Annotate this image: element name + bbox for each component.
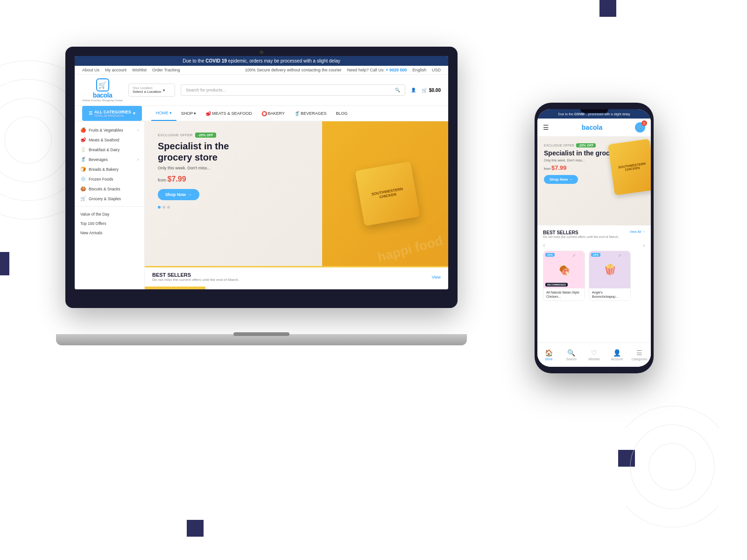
mobile-hero-discount: -20% OFF bbox=[576, 143, 596, 147]
nav-links: HOME ▾ SHOP ▾ 🥩 MEATS & SEAFOOD ⭕ BAKERY bbox=[151, 106, 352, 121]
nav-blog[interactable]: BLOG bbox=[331, 106, 352, 120]
user-icon[interactable]: 👤 bbox=[411, 88, 416, 92]
location-arrow: ▾ bbox=[163, 88, 165, 92]
site-topbar: About Us My account Wishlist Order Track… bbox=[75, 66, 448, 75]
svg-point-1 bbox=[0, 98, 70, 182]
sidebar-new-arrivals[interactable]: New Arrivals bbox=[75, 228, 144, 238]
mobile-nav-store[interactable]: 🏠 Store bbox=[537, 347, 560, 363]
mobile-menu-icon[interactable]: ☰ bbox=[543, 124, 549, 131]
sidebar-cat-fruits[interactable]: 🍎 Fruits & Vegetables › bbox=[75, 125, 144, 135]
language-selector[interactable]: English bbox=[412, 68, 426, 72]
hero-price-value: $7.99 bbox=[168, 175, 186, 183]
location-selector[interactable]: Your Location Select a Location ▾ bbox=[128, 84, 175, 97]
cart-amount: $0.00 bbox=[429, 88, 441, 93]
mobile-view-all[interactable]: View All → bbox=[630, 230, 645, 233]
wishlist-link[interactable]: Wishlist bbox=[132, 68, 147, 72]
svg-point-0 bbox=[5, 117, 51, 163]
account-link[interactable]: My account bbox=[105, 68, 127, 72]
biscuits-label: Biscuits & Snacks bbox=[89, 187, 120, 191]
store-cards: Bacola Natural Foods Special Organic... bbox=[145, 287, 448, 289]
site-main: 🍎 Fruits & Vegetables › 🥩 Meats & Seafoo… bbox=[75, 121, 448, 289]
sidebar-cat-frozen[interactable]: ❄️ Frozen Foods bbox=[75, 174, 144, 184]
hero-title: Specialist in the grocery store bbox=[158, 140, 251, 163]
nav-home[interactable]: HOME ▾ bbox=[151, 106, 176, 121]
mobile-nav-categories[interactable]: ☰ Categories bbox=[628, 347, 651, 363]
topbar-right: 100% Secure delivery without contacting … bbox=[245, 68, 441, 72]
mobile-screen: Due to the COVID ...processed with a sli… bbox=[537, 109, 651, 367]
hamburger-icon: ☰ bbox=[89, 111, 92, 116]
logo-area: 🛒 bacola Online Grocery Shopping Center bbox=[82, 78, 123, 102]
all-categories-sub: TOTAL 63 PRODUCTS bbox=[94, 114, 131, 117]
expand-icon-1: ⤢ bbox=[572, 253, 576, 258]
sidebar-value-of-day[interactable]: Value of the Day bbox=[75, 210, 144, 219]
mobile-notch bbox=[580, 109, 608, 113]
breads-icon: 🍞 bbox=[80, 167, 86, 172]
next-arrow[interactable]: › bbox=[643, 241, 645, 249]
sidebar-cat-beverages[interactable]: 🥤 Beverages › bbox=[75, 154, 144, 164]
mobile-mockup: Due to the COVID ...processed with a sli… bbox=[535, 103, 654, 373]
mobile-nav-account[interactable]: 👤 Account bbox=[606, 347, 628, 363]
mobile-product-card-2[interactable]: 🍿 24% ⤢ ♡ Angie's Boomchickapop... bbox=[589, 251, 631, 301]
beverages-arrow: › bbox=[137, 157, 139, 162]
phone-number: + 0020 500 bbox=[386, 68, 407, 72]
nav-meats[interactable]: 🥩 MEATS & SEAFOOD bbox=[201, 106, 256, 121]
breads-label: Breads & Bakery bbox=[89, 167, 119, 172]
product-2-info: Angie's Boomchickapop... bbox=[589, 288, 630, 301]
mobile-nav-search[interactable]: 🔍 Search bbox=[560, 347, 583, 363]
meats-icon: 🥩 bbox=[80, 137, 86, 142]
mobile-nav-wishlist[interactable]: ♡ Wishlist bbox=[583, 347, 606, 363]
about-link[interactable]: About Us bbox=[82, 68, 99, 72]
svg-point-6 bbox=[626, 406, 719, 527]
hero-dot-2[interactable] bbox=[162, 206, 165, 209]
product-2-image: 🍿 24% ⤢ ♡ bbox=[589, 251, 630, 288]
product-1-info: All Natural Italian-Style Chicken... bbox=[543, 288, 585, 301]
product-box: SOUTHWESTERN CHICKEN bbox=[355, 161, 420, 226]
fruits-arrow: › bbox=[137, 128, 139, 133]
hero-dot-3[interactable] bbox=[167, 206, 170, 209]
search-bar[interactable]: Search for products... 🔍 bbox=[181, 84, 405, 96]
nav-bakery[interactable]: ⭕ BAKERY bbox=[257, 106, 289, 121]
sidebar-cat-biscuits[interactable]: 🍪 Biscuits & Snacks bbox=[75, 184, 144, 194]
beverages-label: Beverages bbox=[89, 157, 108, 162]
sidebar-cat-grocery[interactable]: 🛒 Grocery & Staples bbox=[75, 194, 144, 203]
hero-bg-branding: happi food bbox=[376, 233, 444, 265]
mobile-hero: EXCLUSIVE OFFER -20% OFF Specialist in t… bbox=[537, 137, 651, 225]
sidebar-divider bbox=[75, 206, 144, 207]
search-icon: 🔍 bbox=[395, 88, 400, 92]
hero-banner: EXCLUSIVE OFFER -20% OFF Specialist in t… bbox=[145, 121, 448, 266]
sidebar-top100[interactable]: Top 100 Offers bbox=[75, 219, 144, 228]
covid-text: COVID 19 bbox=[205, 58, 227, 63]
fruits-label: Fruits & Vegetables bbox=[89, 128, 123, 133]
mobile-shop-btn[interactable]: Shop Now → bbox=[544, 175, 578, 184]
cart-button[interactable]: 🛒 $0.00 bbox=[422, 88, 441, 93]
grocery-label: Grocery & Staples bbox=[89, 196, 121, 201]
shop-now-arrow: → bbox=[188, 192, 192, 197]
view-all-link[interactable]: View bbox=[432, 275, 441, 280]
hero-dot-1[interactable] bbox=[158, 206, 161, 209]
help-text: Need help? Call Us: + 0020 500 bbox=[347, 68, 407, 72]
nav-beverages[interactable]: 🥤 BEVERAGES bbox=[289, 106, 331, 121]
prev-arrow[interactable]: ‹ bbox=[543, 241, 545, 249]
best-sellers-bar: BEST SELLERS Do not miss the current off… bbox=[145, 266, 448, 287]
mobile-product-card-1[interactable]: 🍖 23% ⤢ ♡ RECOMMENDED All Natural Italia… bbox=[543, 251, 585, 301]
currency-selector[interactable]: USD bbox=[432, 68, 441, 72]
sidebar-cat-breads[interactable]: 🍞 Breads & Bakery bbox=[75, 164, 144, 174]
logo-icon: 🛒 bbox=[96, 78, 109, 91]
store-card: Bacola Natural Foods Special Organic... bbox=[145, 287, 205, 289]
sidebar-cat-breakfast[interactable]: 🥛 Breakfast & Dairy bbox=[75, 145, 144, 154]
store-nav-icon: 🏠 bbox=[545, 349, 553, 357]
product-1-emoji: 🍖 bbox=[558, 264, 571, 276]
nav-shop[interactable]: SHOP ▾ bbox=[176, 106, 201, 120]
all-categories-btn[interactable]: ☰ ALL CATEGORIES TOTAL 63 PRODUCTS ▾ bbox=[82, 106, 142, 121]
account-nav-label: Account bbox=[611, 357, 622, 361]
topbar-links: About Us My account Wishlist Order Track… bbox=[82, 68, 180, 72]
mobile-cart-icon[interactable]: 🛒 0 bbox=[635, 122, 645, 133]
sidebar-cat-meats[interactable]: 🥩 Meats & Seafood bbox=[75, 135, 144, 145]
order-tracking-link[interactable]: Order Tracking bbox=[152, 68, 180, 72]
mobile-product-name: SOUTHWESTERN CHICKEN bbox=[613, 161, 650, 173]
heart-icon-1[interactable]: ♡ bbox=[578, 253, 583, 258]
product-1-badge: 23% bbox=[545, 253, 555, 257]
shop-now-button[interactable]: Shop Now → bbox=[158, 189, 199, 200]
laptop-screen: Due to the COVID 19 epidemic, orders may… bbox=[75, 56, 448, 289]
heart-icon-2[interactable]: ♡ bbox=[624, 253, 628, 258]
